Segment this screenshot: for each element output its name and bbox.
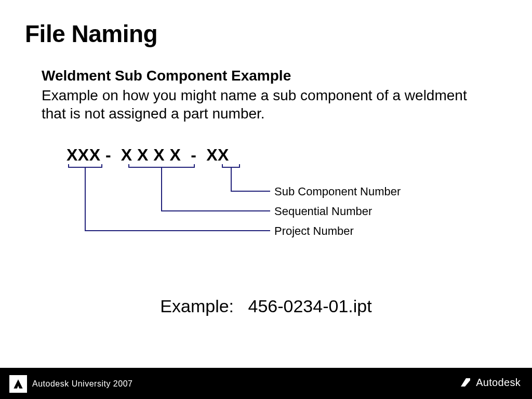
body-text: Example on how you might name a sub comp… (42, 86, 488, 123)
autodesk-logo-icon (459, 376, 472, 389)
footer-right-text: Autodesk (476, 377, 521, 389)
callout-sub-component: Sub Component Number (274, 185, 401, 198)
diagram-lines (66, 145, 467, 255)
example-value: 456-0234-01.ipt (248, 296, 372, 316)
example-label: Example: (160, 296, 234, 316)
footer-left: Autodesk University 2007 (9, 375, 132, 393)
callout-sequential: Sequential Number (274, 205, 372, 218)
au-badge-icon (9, 375, 27, 393)
footer-left-text: Autodesk University 2007 (32, 379, 132, 389)
footer-bar: Autodesk University 2007 Autodesk (0, 368, 532, 399)
footer-right: Autodesk (459, 376, 521, 389)
section-subtitle: Weldment Sub Component Example (42, 68, 291, 84)
example-row: Example: 456-0234-01.ipt (0, 296, 532, 316)
naming-diagram: XXX - X X X X - XX Sub Component Number … (66, 145, 467, 255)
slide: File Naming Weldment Sub Component Examp… (0, 0, 532, 399)
callout-project: Project Number (274, 224, 354, 238)
page-title: File Naming (25, 20, 157, 48)
